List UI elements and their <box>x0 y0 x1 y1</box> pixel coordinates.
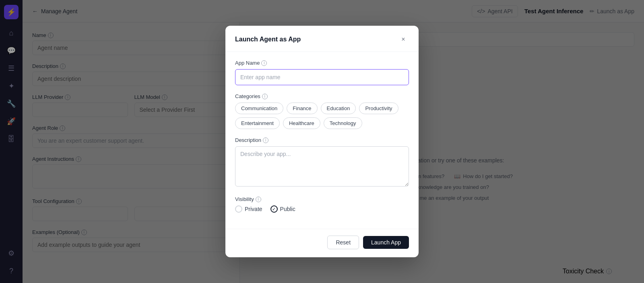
reset-button[interactable]: Reset <box>327 236 359 249</box>
visibility-private[interactable]: Private <box>235 205 262 213</box>
app-name-label: App Name i <box>235 60 409 66</box>
visibility-group: Visibility i Private Public <box>235 196 409 213</box>
modal-footer: Reset Launch App <box>225 229 419 257</box>
modal-header: Launch Agent as App × <box>225 26 419 52</box>
categories-container: Communication Finance Education Producti… <box>235 103 409 129</box>
radio-private <box>235 205 242 213</box>
app-name-group: App Name i <box>235 60 409 85</box>
modal-close-button[interactable]: × <box>398 34 409 45</box>
category-education[interactable]: Education <box>321 103 356 114</box>
modal-title: Launch Agent as App <box>235 36 301 43</box>
category-communication[interactable]: Communication <box>235 103 283 114</box>
category-entertainment[interactable]: Entertainment <box>235 117 280 129</box>
categories-info-icon: i <box>262 94 268 99</box>
categories-label: Categories i <box>235 93 409 99</box>
app-name-input[interactable] <box>235 69 409 85</box>
modal-description-info-icon: i <box>263 137 268 143</box>
modal-body: App Name i Categories i Communication Fi… <box>225 52 419 229</box>
category-finance[interactable]: Finance <box>287 103 317 114</box>
category-healthcare[interactable]: Healthcare <box>283 117 320 129</box>
visibility-options: Private Public <box>235 205 409 213</box>
visibility-public[interactable]: Public <box>270 205 295 213</box>
app-name-info-icon: i <box>261 60 267 66</box>
modal-description-input[interactable] <box>235 146 409 187</box>
launch-agent-modal: Launch Agent as App × App Name i Categor… <box>225 26 419 257</box>
modal-overlay: Launch Agent as App × App Name i Categor… <box>0 0 644 283</box>
radio-public <box>270 205 278 213</box>
category-productivity[interactable]: Productivity <box>359 103 398 114</box>
visibility-label: Visibility i <box>235 196 409 202</box>
visibility-info-icon: i <box>256 197 261 202</box>
modal-description-label: Description i <box>235 137 409 143</box>
categories-group: Categories i Communication Finance Educa… <box>235 93 409 129</box>
description-group: Description i <box>235 137 409 188</box>
launch-button[interactable]: Launch App <box>363 236 409 249</box>
category-technology[interactable]: Technology <box>324 117 362 129</box>
